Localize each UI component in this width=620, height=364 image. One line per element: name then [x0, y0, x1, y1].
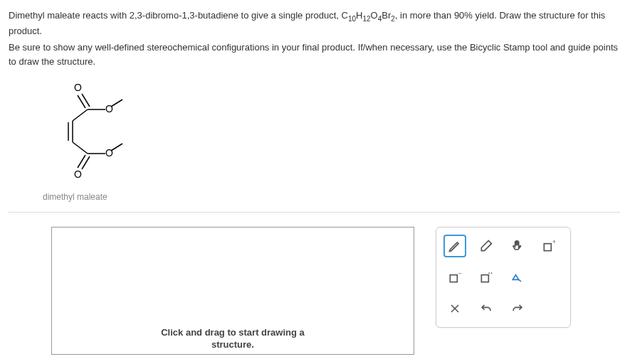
svg-rect-12 — [544, 244, 551, 251]
hand-tool[interactable] — [506, 235, 529, 257]
svg-point-17 — [488, 272, 490, 274]
formula-sub1: 10 — [348, 15, 356, 23]
bicyclic-stamp-tool[interactable] — [506, 266, 529, 289]
question-text: Dimethyl maleate reacts with 2,3-dibromo… — [9, 9, 620, 68]
toolbar: + − — [436, 227, 571, 328]
svg-rect-16 — [481, 275, 488, 282]
dimethyl-maleate-structure: O O O O — [43, 80, 620, 186]
canvas-message: Click and drag to start drawing a struct… — [161, 327, 305, 351]
svg-text:−: − — [458, 270, 462, 277]
atom-o-top: O — [74, 82, 82, 93]
lone-pair-tool[interactable] — [475, 266, 498, 289]
svg-point-18 — [491, 272, 493, 274]
question-line2: Be sure to show any well-defined stereoc… — [9, 41, 620, 68]
eraser-tool[interactable] — [475, 235, 498, 257]
svg-text:+: + — [552, 239, 556, 245]
formula-mid3: Br — [382, 10, 391, 21]
molecule-label: dimethyl maleate — [43, 192, 620, 202]
question-line1-part1: Dimethyl maleate reacts with 2,3-dibromo… — [9, 10, 348, 21]
empty-slot-2 — [537, 297, 560, 320]
undo-tool[interactable] — [475, 297, 498, 320]
redo-tool[interactable] — [506, 297, 529, 320]
svg-line-4 — [73, 109, 88, 121]
charge-plus-tool[interactable]: + — [537, 235, 560, 257]
molecule-container: O O O O dimethyl maleate — [43, 80, 620, 202]
atom-o-bottom: O — [74, 168, 82, 180]
atom-o-ester2: O — [105, 147, 113, 159]
editor-row: Click and drag to start drawing a struct… — [9, 213, 620, 355]
formula-mid1: H — [356, 10, 362, 21]
charge-minus-tool[interactable]: − — [443, 266, 466, 289]
atom-o-ester1: O — [105, 103, 113, 114]
svg-line-7 — [73, 142, 88, 154]
drawing-canvas[interactable]: Click and drag to start drawing a struct… — [51, 227, 414, 355]
close-tool[interactable] — [443, 297, 466, 320]
pencil-tool[interactable] — [443, 235, 466, 257]
empty-slot — [537, 266, 560, 289]
formula-mid2: O — [371, 10, 378, 21]
svg-rect-14 — [450, 275, 457, 282]
formula-sub2: 12 — [362, 15, 370, 23]
